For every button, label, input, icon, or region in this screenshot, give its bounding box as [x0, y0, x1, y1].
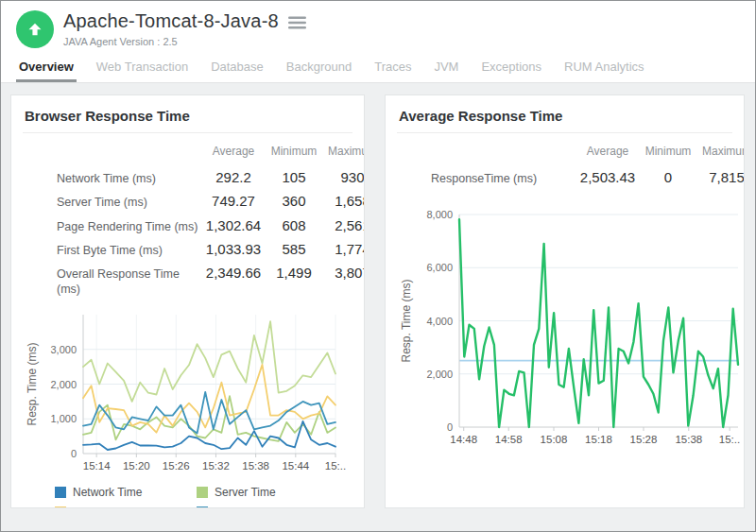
legend-swatch: [55, 487, 66, 498]
svg-text:15:26: 15:26: [163, 460, 190, 472]
legend-label: Server Time: [215, 486, 276, 499]
svg-text:14:58: 14:58: [495, 434, 523, 445]
svg-text:15:38: 15:38: [675, 434, 702, 445]
svg-text:15:28: 15:28: [630, 434, 658, 445]
legend-item-first-byte-time[interactable]: First Byte Time: [197, 506, 364, 509]
row-label: Network Time (ms): [57, 166, 198, 190]
legend-swatch: [55, 506, 66, 509]
col-header-average: Average: [198, 141, 268, 166]
svg-text:15:..: 15:..: [325, 460, 346, 472]
row-min: 0: [643, 166, 694, 190]
row-min: 608: [268, 215, 319, 238]
svg-text:15:38: 15:38: [242, 460, 269, 472]
col-header-maximum: Maximum: [319, 141, 365, 166]
col-header-maximum: Maximum: [694, 141, 745, 166]
legend-item-server-time[interactable]: Server Time: [197, 486, 364, 499]
row-min: 585: [268, 238, 319, 262]
row-avg: 1,033.93: [198, 238, 268, 262]
svg-text:15:32: 15:32: [202, 460, 230, 472]
svg-text:Resp. Time (ms): Resp. Time (ms): [400, 280, 413, 363]
panel-title: Browser Response Time: [11, 95, 364, 132]
agent-version: JAVA Agent Version : 2.5: [63, 36, 306, 47]
average-response-time-chart[interactable]: 02,0004,0006,0008,00014:4814:5815:0815:1…: [386, 205, 744, 452]
stats-table: Average Minimum Maximum ResponseTime (ms…: [431, 141, 744, 190]
app-header: Apache-Tomcat-8-Java-8 JAVA Agent Versio…: [1, 1, 755, 50]
svg-text:15:08: 15:08: [541, 434, 568, 445]
browser-response-time-chart[interactable]: 01,0002,0003,00015:1415:2015:2615:3215:3…: [11, 307, 364, 478]
panel-browser-response-time: Browser Response Time Average Minimum Ma…: [10, 94, 365, 508]
col-header-minimum: Minimum: [643, 141, 694, 166]
legend-label: Page Rendering Time: [73, 506, 182, 509]
svg-text:0: 0: [447, 421, 453, 433]
legend-swatch: [197, 487, 208, 498]
monitor-title: Apache-Tomcat-8-Java-8: [63, 10, 279, 32]
row-avg: 749.27: [198, 190, 268, 214]
svg-text:0: 0: [71, 448, 77, 459]
tab-bar: Overview Web Transaction Database Backgr…: [1, 50, 755, 83]
row-avg: 2,503.43: [573, 166, 643, 190]
chart-legend: Network Time Server Time Page Rendering …: [55, 486, 364, 509]
svg-text:2,000: 2,000: [426, 369, 453, 380]
row-label: Overall Response Time (ms): [57, 262, 198, 301]
status-up-icon: [16, 10, 54, 48]
row-avg: 2,349.66: [198, 262, 268, 301]
row-label: ResponseTime (ms): [431, 166, 573, 190]
tab-overview[interactable]: Overview: [16, 58, 77, 82]
divider: [23, 132, 352, 133]
svg-text:15:18: 15:18: [585, 434, 612, 445]
svg-text:15:..: 15:..: [719, 434, 740, 445]
row-max: 930: [319, 166, 365, 190]
stats-table: Average Minimum Maximum Network Time (ms…: [57, 141, 364, 301]
row-min: 1,499: [268, 262, 319, 301]
app-window: Apache-Tomcat-8-Java-8 JAVA Agent Versio…: [0, 0, 756, 532]
panel-title: Average Response Time: [386, 95, 744, 132]
legend-item-page-rendering-time[interactable]: Page Rendering Time: [55, 506, 197, 509]
tab-exceptions[interactable]: Exceptions: [478, 58, 544, 82]
col-header-average: Average: [573, 141, 643, 166]
row-max: 2,561: [319, 215, 365, 238]
svg-text:6,000: 6,000: [426, 263, 453, 274]
svg-text:1,000: 1,000: [50, 413, 77, 424]
row-label: Page Rendering Time (ms): [57, 215, 198, 238]
col-header-minimum: Minimum: [268, 141, 319, 166]
row-max: 1,774: [319, 238, 365, 262]
row-max: 1,658: [319, 190, 365, 214]
divider: [397, 132, 732, 133]
legend-label: First Byte Time: [215, 506, 290, 509]
svg-text:3,000: 3,000: [50, 343, 77, 354]
tab-background[interactable]: Background: [284, 58, 354, 82]
panel-average-response-time: Average Response Time Average Minimum Ma…: [385, 94, 745, 508]
svg-text:14:48: 14:48: [450, 434, 477, 445]
row-label: Server Time (ms): [57, 190, 198, 214]
svg-text:8,000: 8,000: [426, 209, 453, 220]
tab-web-transaction[interactable]: Web Transaction: [94, 58, 191, 82]
row-max: 7,815: [694, 166, 745, 190]
svg-text:15:20: 15:20: [123, 460, 150, 472]
dashboard-content: Browser Response Time Average Minimum Ma…: [1, 83, 755, 531]
hamburger-menu-icon[interactable]: [288, 13, 306, 29]
svg-text:Resp. Time (ms): Resp. Time (ms): [26, 342, 39, 425]
row-min: 105: [268, 166, 319, 190]
svg-text:2,000: 2,000: [50, 378, 77, 389]
tab-jvm[interactable]: JVM: [431, 58, 461, 82]
tab-database[interactable]: Database: [208, 58, 266, 82]
tab-rum-analytics[interactable]: RUM Analytics: [561, 58, 647, 82]
svg-text:4,000: 4,000: [426, 316, 453, 327]
row-min: 360: [268, 190, 319, 214]
legend-item-network-time[interactable]: Network Time: [55, 486, 197, 499]
legend-label: Network Time: [73, 486, 142, 499]
row-max: 3,807: [319, 262, 365, 301]
row-avg: 1,302.64: [198, 215, 268, 238]
legend-swatch: [197, 506, 208, 509]
tab-traces[interactable]: Traces: [371, 58, 414, 82]
row-avg: 292.2: [198, 166, 268, 190]
row-label: First Byte Time (ms): [57, 238, 198, 262]
svg-text:15:44: 15:44: [282, 460, 309, 472]
svg-text:15:14: 15:14: [83, 460, 111, 472]
